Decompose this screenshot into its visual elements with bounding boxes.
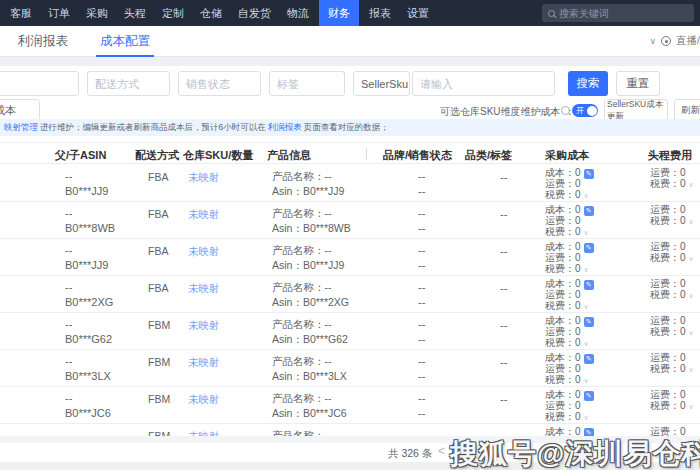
edit-cost-icon[interactable]: ✎ bbox=[584, 391, 594, 401]
expand-caret-icon[interactable]: ∨ bbox=[689, 255, 694, 262]
tabbar-tabs: 利润报表成本配置 bbox=[0, 26, 700, 56]
live-icon bbox=[661, 36, 671, 46]
sales-status-select[interactable] bbox=[178, 71, 261, 96]
asin-cell: --B0***G62 bbox=[65, 317, 112, 347]
sku-type-select[interactable]: SellerSku ∨ bbox=[353, 71, 410, 96]
warehouse-sku-switch[interactable]: 开 bbox=[572, 104, 598, 117]
prev-page-icon[interactable]: < bbox=[438, 444, 445, 458]
column-header-4: 产品信息 bbox=[267, 148, 311, 163]
mapping-manage-link[interactable]: 映射管理 bbox=[4, 122, 38, 134]
expand-caret-icon[interactable]: ∨ bbox=[689, 329, 694, 336]
delivery-cell: FBA bbox=[148, 208, 168, 220]
expand-caret-icon[interactable]: ∨ bbox=[584, 192, 589, 199]
product-cell: 产品名称：--Asin：B0***2XG bbox=[272, 280, 349, 310]
purchase-cost-cell: 成本：0✎运费：0税费：0∨ bbox=[545, 316, 594, 349]
tab-2[interactable]: 成本配置 bbox=[100, 26, 150, 56]
expand-caret-icon[interactable]: ∨ bbox=[689, 366, 694, 373]
product-cell: 产品名称：--Asin：B0***JJ9 bbox=[272, 243, 344, 273]
head-fee-cell: 运费：0税费：0∨ bbox=[650, 168, 694, 190]
edit-cost-icon[interactable]: ✎ bbox=[584, 206, 594, 216]
table-row: --B0***JJ9FBA未映射产品名称：--Asin：B0***JJ9----… bbox=[0, 165, 700, 202]
brand-status-cell: ---- bbox=[418, 354, 425, 384]
tag-select[interactable] bbox=[269, 71, 345, 96]
column-header-3: 仓库SKU/数量 bbox=[183, 148, 253, 163]
table-row: --B0***3LXFBM未映射产品名称：--Asin：B0***3LX----… bbox=[0, 350, 700, 387]
column-header-7: 采购成本 bbox=[545, 148, 589, 163]
expand-caret-icon[interactable]: ∨ bbox=[689, 181, 694, 188]
nav-item-8[interactable]: 物流 bbox=[281, 0, 315, 26]
asin-cell: --B0***JJ9 bbox=[65, 169, 108, 199]
table-body: --B0***JJ9FBA未映射产品名称：--Asin：B0***JJ9----… bbox=[0, 165, 700, 436]
delivery-cell: FBM bbox=[148, 393, 170, 405]
expand-caret-icon[interactable]: ∨ bbox=[584, 340, 589, 347]
expand-caret-icon[interactable]: ∨ bbox=[584, 377, 589, 384]
live-label[interactable]: 直播/ bbox=[676, 34, 700, 48]
brand-status-cell: ---- bbox=[418, 317, 425, 347]
reset-button[interactable]: 重置 bbox=[616, 71, 660, 96]
unmapped-link[interactable]: 未映射 bbox=[188, 282, 220, 296]
nav-item-1[interactable]: 客服 bbox=[4, 0, 38, 26]
category-cell: -- bbox=[500, 356, 507, 368]
unmapped-link[interactable]: 未映射 bbox=[188, 319, 220, 333]
asin-cell: --B0***8WB bbox=[65, 206, 115, 236]
nav-item-4[interactable]: 头程 bbox=[118, 0, 152, 26]
tab-1[interactable]: 利润报表 bbox=[18, 26, 68, 56]
asin-cell: --B0***JJ9 bbox=[65, 243, 108, 273]
brand-status-cell: ---- bbox=[418, 280, 425, 310]
unmapped-link[interactable]: 未映射 bbox=[188, 245, 220, 259]
expand-caret-icon[interactable]: ∨ bbox=[689, 292, 694, 299]
purchase-cost-cell: 成本：0✎运费：0税费：0∨ bbox=[545, 353, 594, 386]
chevron-down-icon[interactable]: ∨ bbox=[649, 36, 656, 46]
nav-item-9[interactable]: 财务 bbox=[319, 0, 359, 26]
expand-caret-icon[interactable]: ∨ bbox=[689, 218, 694, 225]
purchase-cost-cell: 成本：0✎运费：0税费：0∨ bbox=[545, 168, 594, 201]
expand-caret-icon[interactable]: ∨ bbox=[689, 403, 694, 410]
watermark-text: 搜狐号@深圳易仓科 bbox=[450, 435, 700, 470]
warehouse-sku-switch-label: 可选仓库SKU维度维护成本 bbox=[440, 105, 561, 119]
profit-report-link[interactable]: 利润报表 bbox=[268, 122, 302, 134]
notice-text-mid: 进行维护；编辑更新或者刷新商品成本后，预计6小时可以在 bbox=[40, 122, 266, 134]
nav-item-2[interactable]: 订单 bbox=[42, 0, 76, 26]
nav-item-5[interactable]: 定制 bbox=[156, 0, 190, 26]
edit-cost-icon[interactable]: ✎ bbox=[584, 169, 594, 179]
nav-item-7[interactable]: 自发货 bbox=[232, 0, 277, 26]
edit-cost-icon[interactable]: ✎ bbox=[584, 317, 594, 327]
expand-caret-icon[interactable]: ∨ bbox=[584, 303, 589, 310]
delivery-cell: FBA bbox=[148, 245, 168, 257]
delivery-method-select[interactable] bbox=[87, 71, 170, 96]
nav-item-10[interactable]: 报表 bbox=[363, 0, 397, 26]
brand-status-cell: ---- bbox=[418, 169, 425, 199]
edit-cost-icon[interactable]: ✎ bbox=[584, 280, 594, 290]
product-cell: 产品名称：--Asin：B0*** bbox=[272, 428, 332, 436]
global-search[interactable] bbox=[542, 4, 694, 22]
expand-caret-icon[interactable]: ∨ bbox=[584, 229, 589, 236]
expand-caret-icon[interactable]: ∨ bbox=[584, 414, 589, 421]
head-fee-cell: 运费：0税费：0∨ bbox=[650, 205, 694, 227]
category-cell: -- bbox=[500, 319, 507, 331]
top-navbar: 客服订单采购头程定制仓储自发货物流财务报表设置 bbox=[0, 0, 700, 26]
pagination-total: 共 326 条 bbox=[388, 447, 432, 461]
unmapped-link[interactable]: 未映射 bbox=[188, 393, 220, 407]
keyword-input[interactable] bbox=[412, 71, 555, 96]
search-button[interactable]: 搜索 bbox=[568, 71, 608, 96]
column-header-1: 父/子ASIN bbox=[55, 148, 106, 163]
product-cell: 产品名称：--Asin：B0***JJ9 bbox=[272, 169, 344, 199]
delivery-cell: FBA bbox=[148, 282, 168, 294]
unmapped-link[interactable]: 未映射 bbox=[188, 208, 220, 222]
unmapped-link[interactable]: 未映射 bbox=[188, 171, 220, 185]
nav-item-6[interactable]: 仓储 bbox=[194, 0, 228, 26]
expand-caret-icon[interactable]: ∨ bbox=[584, 266, 589, 273]
column-header-6: 品类/标签 bbox=[465, 148, 512, 163]
nav-item-3[interactable]: 采购 bbox=[80, 0, 114, 26]
global-search-input[interactable] bbox=[559, 8, 688, 19]
nav-item-11[interactable]: 设置 bbox=[401, 0, 435, 26]
cut-filter-input[interactable] bbox=[0, 71, 79, 96]
product-cell: 产品名称：--Asin：B0***3LX bbox=[272, 354, 347, 384]
edit-cost-icon[interactable]: ✎ bbox=[584, 354, 594, 364]
switch-state-label: 开 bbox=[576, 106, 584, 116]
product-cell: 产品名称：--Asin：B0***G62 bbox=[272, 317, 348, 347]
edit-cost-icon[interactable]: ✎ bbox=[584, 243, 594, 253]
delivery-cell: FBM bbox=[148, 319, 170, 331]
unmapped-link[interactable]: 未映射 bbox=[188, 356, 220, 370]
head-fee-cell: 运费：0税费：0∨ bbox=[650, 316, 694, 338]
